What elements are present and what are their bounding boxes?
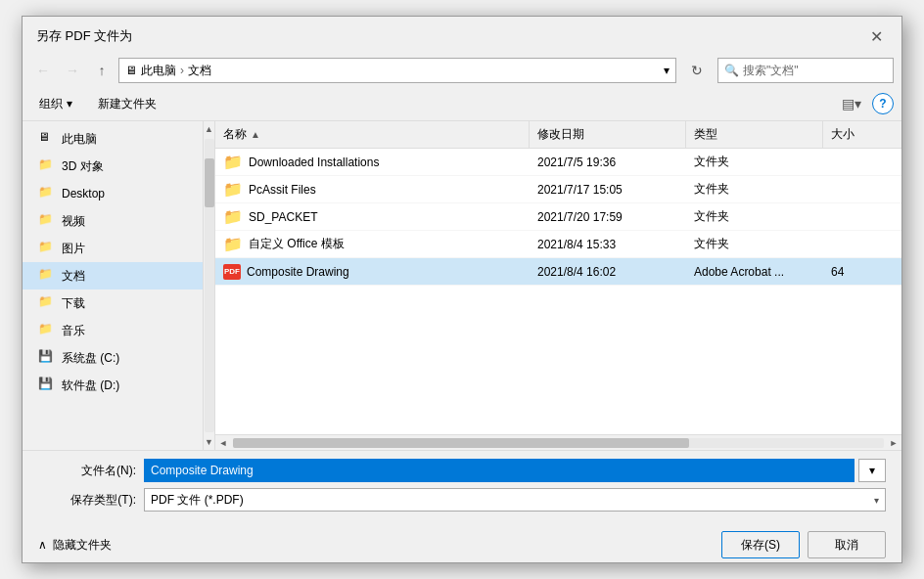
file-modified-2: 2021/7/20 17:59 bbox=[530, 203, 686, 230]
file-modified-3: 2021/8/4 15:33 bbox=[530, 231, 686, 257]
filetype-select[interactable]: PDF 文件 (*.PDF) ▾ bbox=[144, 488, 886, 512]
sidebar-item-video[interactable]: 📁 视频 bbox=[23, 207, 203, 235]
cancel-button[interactable]: 取消 bbox=[808, 531, 886, 558]
scroll-up-arrow[interactable]: ▲ bbox=[204, 121, 215, 137]
h-scrollbar[interactable]: ◄ ► bbox=[215, 434, 901, 450]
folder-downloads-icon: 📁 bbox=[38, 294, 56, 312]
header-name[interactable]: 名称 ▲ bbox=[215, 121, 530, 148]
back-button[interactable]: ← bbox=[30, 58, 56, 83]
sidebar-label-music: 音乐 bbox=[62, 323, 85, 339]
close-button[interactable]: ✕ bbox=[862, 24, 890, 48]
sidebar-item-desktop[interactable]: 📁 Desktop bbox=[23, 180, 203, 207]
dialog-title: 另存 PDF 文件为 bbox=[36, 27, 132, 45]
filetype-value: PDF 文件 (*.PDF) bbox=[151, 492, 244, 509]
sidebar-label-desktop: Desktop bbox=[62, 187, 105, 200]
help-button[interactable]: ? bbox=[872, 93, 894, 114]
file-name-3: 📁 自定义 Office 模板 bbox=[215, 231, 530, 257]
file-type-2: 文件夹 bbox=[686, 203, 823, 230]
sidebar-item-downloads[interactable]: 📁 下载 bbox=[23, 290, 203, 317]
header-size[interactable]: 大小 bbox=[823, 121, 901, 148]
h-scroll-track bbox=[233, 438, 884, 448]
folder-icon-3: 📁 bbox=[223, 235, 243, 253]
filetype-chevron-icon: ▾ bbox=[874, 495, 879, 506]
file-row-3[interactable]: 📁 自定义 Office 模板 2021/8/4 15:33 文件夹 bbox=[215, 231, 901, 258]
file-row-0[interactable]: 📁 Downloaded Installations 2021/7/5 19:3… bbox=[215, 149, 901, 176]
sidebar-scrollbar[interactable]: ▲ ▼ bbox=[204, 121, 215, 450]
file-size-1 bbox=[823, 176, 901, 202]
folder-icon-1: 📁 bbox=[223, 180, 243, 199]
sidebar-label-downloads: 下载 bbox=[62, 295, 85, 312]
filename-input[interactable] bbox=[144, 459, 855, 482]
h-scroll-thumb[interactable] bbox=[233, 438, 689, 448]
h-scroll-right-arrow[interactable]: ► bbox=[886, 435, 901, 451]
filename-dropdown[interactable]: ▾ bbox=[858, 459, 886, 482]
file-modified-4: 2021/8/4 16:02 bbox=[530, 258, 686, 285]
file-size-3 bbox=[823, 231, 901, 257]
file-type-4: Adobe Acrobat ... bbox=[686, 258, 823, 285]
file-name-2: 📁 SD_PACKET bbox=[215, 203, 530, 230]
sidebar-item-3d[interactable]: 📁 3D 对象 bbox=[23, 153, 203, 180]
sidebar-item-computer[interactable]: 🖥 此电脑 bbox=[23, 125, 203, 153]
folder-video-icon: 📁 bbox=[38, 212, 56, 230]
folder-music-icon: 📁 bbox=[38, 322, 56, 339]
action-bar: ∧ 隐藏文件夹 保存(S) 取消 bbox=[23, 525, 901, 562]
organize-label: 组织 bbox=[39, 96, 63, 112]
file-area: 名称 ▲ 修改日期 类型 大小 📁 Downloaded I bbox=[215, 121, 901, 450]
file-row-2[interactable]: 📁 SD_PACKET 2021/7/20 17:59 文件夹 bbox=[215, 203, 901, 231]
search-box[interactable]: 🔍 搜索"文档" bbox=[717, 58, 894, 83]
up-button[interactable]: ↑ bbox=[89, 58, 115, 83]
folder-documents-icon: 📁 bbox=[38, 267, 56, 285]
monitor-icon: 🖥 bbox=[38, 130, 56, 148]
filetype-label: 保存类型(T): bbox=[38, 492, 136, 509]
titlebar: 另存 PDF 文件为 ✕ bbox=[23, 17, 901, 54]
new-folder-button[interactable]: 新建文件夹 bbox=[89, 91, 165, 116]
h-scroll-left-arrow[interactable]: ◄ bbox=[215, 435, 231, 451]
sidebar-item-music[interactable]: 📁 音乐 bbox=[23, 317, 203, 344]
address-icon: 🖥 bbox=[125, 64, 137, 77]
scroll-thumb[interactable] bbox=[205, 158, 214, 207]
organize-chevron-icon: ▾ bbox=[67, 97, 72, 111]
address-chevron-icon: ▾ bbox=[664, 64, 670, 77]
file-type-1: 文件夹 bbox=[686, 176, 823, 202]
filename-label: 文件名(N): bbox=[38, 463, 136, 479]
file-size-0 bbox=[823, 149, 901, 175]
sidebar-label-video: 视频 bbox=[62, 213, 85, 230]
folder-3d-icon: 📁 bbox=[38, 157, 56, 175]
folder-desktop-icon: 📁 bbox=[38, 185, 56, 202]
organize-button[interactable]: 组织 ▾ bbox=[30, 91, 81, 116]
main-area: 🖥 此电脑 📁 3D 对象 📁 Desktop 📁 视频 📁 图片 📁 bbox=[23, 121, 901, 450]
file-list: 📁 Downloaded Installations 2021/7/5 19:3… bbox=[215, 149, 901, 434]
address-folder: 文档 bbox=[188, 63, 211, 79]
sidebar-label-3d: 3D 对象 bbox=[62, 158, 104, 175]
address-bar[interactable]: 🖥 此电脑 › 文档 ▾ bbox=[118, 58, 676, 83]
filename-row: 文件名(N): ▾ bbox=[38, 459, 886, 482]
file-row-1[interactable]: 📁 PcAssit Files 2021/7/17 15:05 文件夹 bbox=[215, 176, 901, 203]
save-button[interactable]: 保存(S) bbox=[721, 531, 800, 558]
sidebar-item-documents[interactable]: 📁 文档 bbox=[23, 262, 203, 290]
folder-pictures-icon: 📁 bbox=[38, 240, 56, 257]
scroll-down-arrow[interactable]: ▼ bbox=[204, 434, 215, 450]
header-modified[interactable]: 修改日期 bbox=[530, 121, 686, 148]
sidebar-label-documents: 文档 bbox=[62, 268, 85, 285]
sidebar-label-c-drive: 系统盘 (C:) bbox=[62, 350, 119, 367]
help-icon: ? bbox=[879, 97, 886, 111]
sidebar-item-d-drive[interactable]: 💾 软件盘 (D:) bbox=[23, 372, 203, 399]
view-button[interactable]: ▤▾ bbox=[839, 91, 864, 116]
refresh-button[interactable]: ↻ bbox=[684, 58, 710, 83]
sidebar-item-pictures[interactable]: 📁 图片 bbox=[23, 235, 203, 262]
forward-button[interactable]: → bbox=[60, 58, 85, 83]
file-name-4: PDF Composite Drawing bbox=[215, 258, 530, 285]
sidebar-item-c-drive[interactable]: 💾 系统盘 (C:) bbox=[23, 344, 203, 372]
sidebar: 🖥 此电脑 📁 3D 对象 📁 Desktop 📁 视频 📁 图片 📁 bbox=[23, 121, 204, 450]
sidebar-label-computer: 此电脑 bbox=[62, 131, 97, 148]
action-buttons: 保存(S) 取消 bbox=[721, 531, 886, 558]
pdf-icon-4: PDF bbox=[223, 264, 241, 280]
file-size-2 bbox=[823, 203, 901, 230]
file-row-4[interactable]: PDF Composite Drawing 2021/8/4 16:02 Ado… bbox=[215, 258, 901, 286]
header-type[interactable]: 类型 bbox=[686, 121, 823, 148]
action-toolbar: 组织 ▾ 新建文件夹 ▤▾ ? bbox=[23, 87, 901, 121]
hide-folder-button[interactable]: ∧ 隐藏文件夹 bbox=[38, 537, 112, 554]
file-size-4: 64 bbox=[823, 258, 901, 285]
search-placeholder: 搜索"文档" bbox=[743, 63, 799, 79]
folder-icon-0: 📁 bbox=[223, 153, 243, 171]
